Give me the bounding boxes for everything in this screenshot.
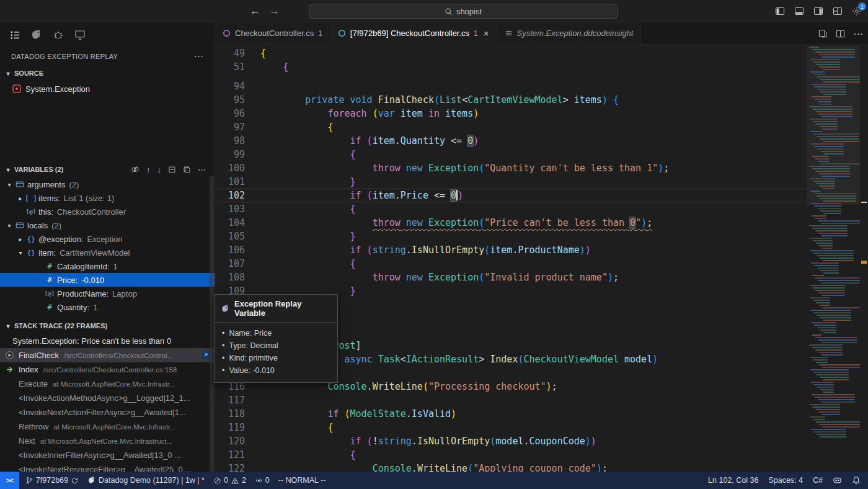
variable-row[interactable]: ▾arguments(2) [0,177,215,191]
forward-arrow-icon[interactable]: → [269,5,280,17]
code-line-121[interactable]: 121 { [215,448,807,462]
code-line-95[interactable]: 95 private void FinalCheck(List<CartItem… [215,93,807,107]
monitor-screen-icon[interactable] [73,28,87,42]
hide-values-eye-icon[interactable] [131,165,140,174]
code-line-104[interactable]: 104 throw new Exception("Price can't be … [215,216,807,230]
datadog-project-status[interactable]: Datadog Demo (11287) | 1w | * [87,476,205,485]
stack-frame-row[interactable]: <InvokeNextResourceFilter>g__Awaited|25_… [0,462,215,472]
open-changes-icon[interactable] [818,29,828,38]
status-bar: >< 7f972b69 Datadog Demo (11287) | 1w | … [0,472,868,489]
sidebar-scrollbar[interactable] [210,176,214,472]
toggle-secondary-sidebar-icon[interactable] [813,6,823,16]
error-icon [213,477,221,485]
variable-row[interactable]: ▸[ ]items:List`1 (size: 1) [0,191,215,205]
source-section-header[interactable]: ▾ SOURCE [0,66,215,81]
stack-frame-row[interactable]: Nextat Microsoft.AspNetCore.Mvc.Infrastr… [0,434,215,448]
git-branch-status[interactable]: 7f972b69 [25,476,79,485]
close-tab-icon[interactable]: × [484,28,489,38]
code-line-99[interactable]: 99 { [215,148,807,161]
indentation-status[interactable]: Spaces: 4 [768,476,803,485]
arrow-up-icon[interactable]: ↑ [146,165,151,174]
stack-trace-section-header[interactable]: ▾ STACK TRACE (22 FRAMES) [0,318,215,334]
frame-label: <InvokeNextActionFilterAsync>g__Awaited|… [19,408,186,417]
problems-status[interactable]: 0 2 [213,476,246,485]
stack-frame-row[interactable]: FinalCheck/src/Controllers/CheckoutContr… [0,348,215,362]
variable-row[interactable]: #Price:-0.010 [0,273,215,287]
back-arrow-icon[interactable]: ← [250,5,260,17]
language-mode-status[interactable]: C# [813,476,823,485]
code-line-106[interactable]: 106 if (string.IsNullOrEmpty(item.Produc… [215,243,807,257]
variable-row[interactable]: ▾{}item:CartItemViewModel [0,246,215,259]
stack-frame-row[interactable]: <InvokeNextActionFilterAsync>g__Awaited|… [0,405,215,419]
customize-layout-icon[interactable] [833,6,843,16]
stack-frame-row[interactable]: Rethrowat Microsoft.AspNetCore.Mvc.Infra… [0,419,215,434]
source-item-system-exception[interactable]: System.Exception [0,81,215,97]
variable-name: this: [38,207,53,217]
code-line-119[interactable]: 119 { [215,421,807,434]
toggle-panel-icon[interactable] [794,6,804,16]
variable-row[interactable]: #Quantity:1 [0,300,215,314]
code-line-100[interactable]: 100 throw new Exception("Quantity can't … [215,161,807,175]
code-line-102[interactable]: 102 if (item.Price <= 0) [215,189,807,202]
panel-more-actions-icon[interactable]: ⋯ [194,51,203,62]
code-line-120[interactable]: 120 if (!string.IsNullOrEmpty(model.Coup… [215,434,807,448]
code-area: 49{51 {9495 private void FinalCheck(List… [215,45,868,472]
variable-row[interactable]: ▾locals(2) [0,218,215,232]
copilot-icon[interactable] [833,477,842,485]
code-line-51[interactable]: 51 { [215,60,807,74]
code-line-118[interactable]: 118 if (ModelState.IsValid) [215,407,807,421]
variable-row[interactable]: [@]ProductName:Laptop [0,287,215,300]
more-actions-icon[interactable]: ⋯ [853,28,863,40]
variables-section-header[interactable]: ▾ VARIABLES (2) ↑ ↓ ⋯ [0,161,215,177]
minimap[interactable] [807,45,860,472]
remote-indicator[interactable]: >< [0,472,19,489]
tab-ddcodeinsight[interactable]: System.Exception.ddcodeinsight [497,22,642,45]
stack-frame-row[interactable]: <InvokeInnerFilterAsync>g__Awaited|13_0 … [0,448,215,462]
frame-label: <InvokeInnerFilterAsync>g__Awaited|13_0 … [19,451,181,460]
code-line-103[interactable]: 103 { [215,202,807,216]
code-line-49[interactable]: 49{ [215,47,807,60]
copy-icon[interactable] [183,166,191,174]
collapse-all-icon[interactable] [168,166,176,174]
code-line-94[interactable]: 94 [215,79,807,93]
code-line-96[interactable]: 96 foreach (var item in items) [215,107,807,120]
debug-bug-icon[interactable] [51,28,65,42]
variable-row[interactable]: ▸{}@exception:Exception [0,232,215,246]
exception-replay-view-icon[interactable] [8,28,22,42]
code-line-117[interactable]: 117 [215,393,807,407]
tab-snapshot-checkoutcontroller[interactable]: [7f972b69] CheckoutController.cs 1 × [330,22,497,45]
variable-value: CartItemViewModel [60,248,130,258]
variable-name: arguments [27,180,65,189]
settings-gear-icon[interactable]: 1 [852,6,862,16]
datadog-dog-icon[interactable] [30,28,43,42]
overview-ruler[interactable] [860,45,868,472]
tab-checkoutcontroller[interactable]: CheckoutController.cs 1 [215,22,330,45]
notifications-bell-icon[interactable] [852,476,861,485]
code-line-98[interactable]: 98 if (item.Quantity <= 0) [215,134,807,148]
stack-frame-row[interactable]: System.Exception: Price can't be less th… [0,334,215,348]
code-line-105[interactable]: 105 } [215,230,807,243]
stack-frame-row[interactable]: <InvokeActionMethodAsync>g__Logged|12_1.… [0,391,215,405]
split-editor-icon[interactable] [836,29,845,38]
stack-frame-row[interactable]: Index/src/Controllers/CheckoutController… [0,362,215,377]
number-type-icon: # [43,276,56,284]
tab-badge: 1 [474,29,478,38]
toggle-primary-sidebar-icon[interactable] [775,6,785,16]
editor-pane: CheckoutController.cs 1 [7f972b69] Check… [215,22,868,472]
variable-row[interactable]: [@]this:CheckoutController [0,205,215,218]
code-line-101[interactable]: 101 } [215,175,807,189]
stack-frame-row[interactable]: Executeat Microsoft.AspNetCore.Mvc.Infra… [0,377,215,391]
vim-mode-status[interactable]: -- NORMAL -- [278,476,326,485]
code-line-122[interactable]: 122 Console.WriteLine("Applying coupon c… [215,462,807,472]
number-type-icon: # [43,262,56,271]
command-center-search[interactable]: shopist [309,4,618,19]
code-line-107[interactable]: 107 { [215,257,807,271]
arrow-down-icon[interactable]: ↓ [157,165,162,174]
cursor-position-status[interactable]: Ln 102, Col 36 [708,476,758,485]
variables-tree: ▾arguments(2)▸[ ]items:List`1 (size: 1)[… [0,177,215,314]
code-line-108[interactable]: 108 throw new Exception("Invalid product… [215,271,807,284]
code-line-97[interactable]: 97 { [215,120,807,134]
ports-status[interactable]: 0 [255,476,270,485]
variable-row[interactable]: #CatalogItemId:1 [0,259,215,273]
more-actions-icon[interactable]: ⋯ [198,165,206,174]
